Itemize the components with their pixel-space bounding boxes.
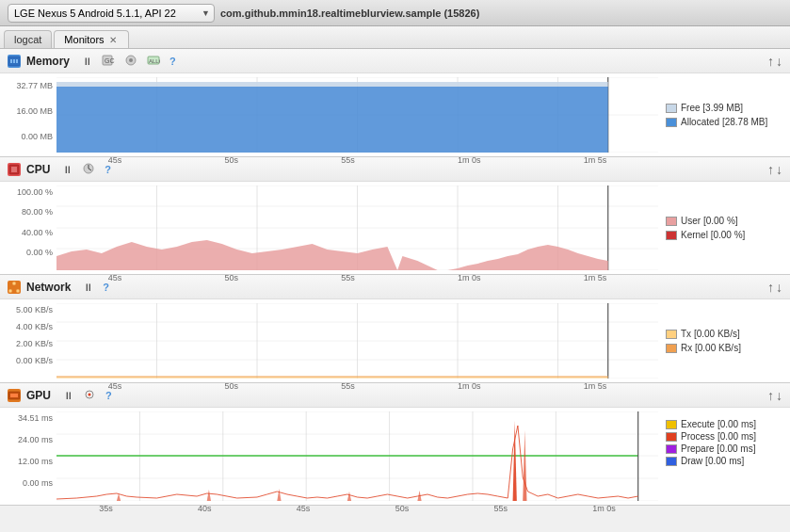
memory-chart-area: 32.77 MB 16.00 MB 0.00 MB xyxy=(0,73,790,156)
memory-svg xyxy=(56,77,658,153)
memory-legend-allocated: Allocated [28.78 MB] xyxy=(666,117,782,127)
gpu-y-12: 12.00 ms xyxy=(18,457,53,466)
memory-nav: ↑ ↓ xyxy=(767,54,782,69)
cpu-down-arrow[interactable]: ↓ xyxy=(776,162,782,177)
tabs-bar: logcat Monitors ✕ xyxy=(0,26,790,49)
cpu-y-axis: 100.00 % 80.00 % 40.00 % 0.00 % xyxy=(0,185,56,270)
gpu-y-24: 24.00 ms xyxy=(18,435,53,444)
gpu-chart-canvas: 35s 40s 45s 50s 55s 1m 0s xyxy=(56,411,658,501)
gpu-legend-execute: Execute [0.00 ms] xyxy=(666,419,782,429)
gpu-process-label: Process [0.00 ms] xyxy=(681,431,756,442)
cpu-legend: User [0.00 %] Kernel [0.00 %] xyxy=(658,185,790,270)
memory-dump-btn[interactable]: GC xyxy=(99,53,118,70)
network-rx-label: Rx [0.00 KB/s] xyxy=(681,343,741,353)
memory-allocated-swatch xyxy=(666,118,677,127)
memory-x-axis: 45s 50s 55s 1m 0s 1m 5s xyxy=(56,154,658,165)
network-tx-label: Tx [0.00 KB/s] xyxy=(681,329,740,339)
network-y-4: 4.00 KB/s xyxy=(16,322,53,331)
memory-help-btn[interactable]: ? xyxy=(167,55,179,68)
gpu-draw-swatch xyxy=(666,457,677,466)
cpu-y-100: 100.00 % xyxy=(17,187,53,197)
network-tx-swatch xyxy=(666,330,677,339)
gpu-x-axis: 35s 40s 45s 50s 55s 1m 0s xyxy=(56,503,658,513)
network-icon xyxy=(8,281,21,294)
memory-controls: ⏸ GC ALLOC ? xyxy=(79,53,179,70)
cpu-kernel-swatch xyxy=(666,231,677,240)
gpu-y-max: 34.51 ms xyxy=(18,413,53,423)
chevron-down-icon: ▼ xyxy=(202,8,210,18)
memory-title: Memory xyxy=(26,55,70,68)
cpu-user-swatch xyxy=(666,217,677,226)
device-selector[interactable]: LGE Nexus 5 Android 5.1.1, API 22 ▼ xyxy=(8,4,215,23)
gpu-draw-label: Draw [0.00 ms] xyxy=(681,456,744,466)
gpu-chart-area: 34.51 ms 24.00 ms 12.00 ms 0.00 ms xyxy=(0,408,790,505)
network-svg xyxy=(56,303,658,379)
svg-marker-77 xyxy=(523,430,526,501)
tab-close-arrow[interactable]: ✕ xyxy=(107,35,119,45)
title-bar-left: LGE Nexus 5 Android 5.1.1, API 22 ▼ com.… xyxy=(8,4,782,23)
svg-marker-73 xyxy=(277,489,281,501)
cpu-chart-canvas: 45s 50s 55s 1m 0s 1m 5s xyxy=(56,185,658,270)
memory-snapshot-btn[interactable] xyxy=(121,53,140,70)
cpu-y-40: 40.00 % xyxy=(22,228,53,237)
network-legend: Tx [0.00 KB/s] Rx [0.00 KB/s] xyxy=(658,303,790,379)
process-id: com.github.mmin18.realtimeblurview.sampl… xyxy=(220,8,479,19)
gpu-up-arrow[interactable]: ↑ xyxy=(767,388,774,403)
tab-monitors[interactable]: Monitors ✕ xyxy=(54,30,128,48)
memory-y-mid: 16.00 MB xyxy=(16,106,53,116)
memory-header: Memory ⏸ GC ALLOC ? ↑ ↓ xyxy=(0,49,790,73)
monitors-container: Memory ⏸ GC ALLOC ? ↑ ↓ xyxy=(0,49,790,532)
memory-icon xyxy=(8,55,21,68)
cpu-panel: CPU ⏸ ? ↑ ↓ 100.00 % 80.00 % 40.00 % 0.0… xyxy=(0,157,790,275)
cpu-legend-user: User [0.00 %] xyxy=(666,216,782,226)
svg-marker-72 xyxy=(207,490,211,501)
svg-marker-20 xyxy=(56,82,608,87)
svg-point-39 xyxy=(8,289,12,293)
svg-line-42 xyxy=(14,285,18,289)
cpu-icon xyxy=(8,163,21,176)
memory-up-arrow[interactable]: ↑ xyxy=(767,54,774,69)
gpu-nav: ↑ ↓ xyxy=(767,388,782,403)
gpu-legend-process: Process [0.00 ms] xyxy=(666,431,782,442)
memory-allocated-label: Allocated [28.78 MB] xyxy=(681,117,767,127)
svg-rect-2 xyxy=(13,59,15,63)
memory-y-axis: 32.77 MB 16.00 MB 0.00 MB xyxy=(0,77,56,153)
memory-free-label: Free [3.99 MB] xyxy=(681,103,743,113)
gpu-icon xyxy=(8,389,21,402)
memory-legend: Free [3.99 MB] Allocated [28.78 MB] xyxy=(658,77,790,153)
network-chart-canvas: 45s 50s 55s 1m 0s 1m 5s xyxy=(56,303,658,379)
title-bar: LGE Nexus 5 Android 5.1.1, API 22 ▼ com.… xyxy=(0,0,790,26)
cpu-x-axis: 45s 50s 55s 1m 0s 1m 5s xyxy=(56,272,658,282)
memory-free-swatch xyxy=(666,104,677,113)
memory-down-arrow[interactable]: ↓ xyxy=(776,54,782,69)
svg-point-38 xyxy=(12,282,16,285)
network-nav: ↑ ↓ xyxy=(767,280,782,295)
gpu-legend-prepare: Prepare [0.00 ms] xyxy=(666,443,782,454)
network-y-0: 0.00 KB/s xyxy=(16,356,53,365)
memory-pause-btn[interactable]: ⏸ xyxy=(79,55,95,68)
cpu-y-80: 80.00 % xyxy=(22,207,53,217)
gpu-prepare-swatch xyxy=(666,444,677,454)
network-y-axis: 5.00 KB/s 4.00 KB/s 2.00 KB/s 0.00 KB/s xyxy=(0,303,56,379)
network-y-2: 2.00 KB/s xyxy=(16,339,53,348)
gpu-svg xyxy=(56,411,658,501)
network-legend-tx: Tx [0.00 KB/s] xyxy=(666,329,782,339)
svg-marker-19 xyxy=(56,87,608,153)
gpu-y-0: 0.00 ms xyxy=(23,478,53,488)
cpu-user-label: User [0.00 %] xyxy=(681,216,738,226)
svg-rect-3 xyxy=(16,59,18,63)
network-down-arrow[interactable]: ↓ xyxy=(776,280,782,295)
memory-legend-free: Free [3.99 MB] xyxy=(666,103,782,113)
tab-logcat[interactable]: logcat xyxy=(4,30,52,48)
memory-alloc-btn[interactable]: ALLOC xyxy=(144,53,163,70)
network-up-arrow[interactable]: ↑ xyxy=(767,280,774,295)
gpu-prepare-label: Prepare [0.00 ms] xyxy=(681,443,755,454)
gpu-down-arrow[interactable]: ↓ xyxy=(776,388,782,403)
gpu-legend: Execute [0.00 ms] Process [0.00 ms] Prep… xyxy=(658,411,790,501)
gpu-title: GPU xyxy=(26,389,51,402)
svg-marker-37 xyxy=(56,240,608,270)
svg-point-57 xyxy=(89,393,91,395)
memory-y-min: 0.00 MB xyxy=(21,132,53,141)
cpu-up-arrow[interactable]: ↑ xyxy=(767,162,774,177)
cpu-svg xyxy=(56,185,658,270)
